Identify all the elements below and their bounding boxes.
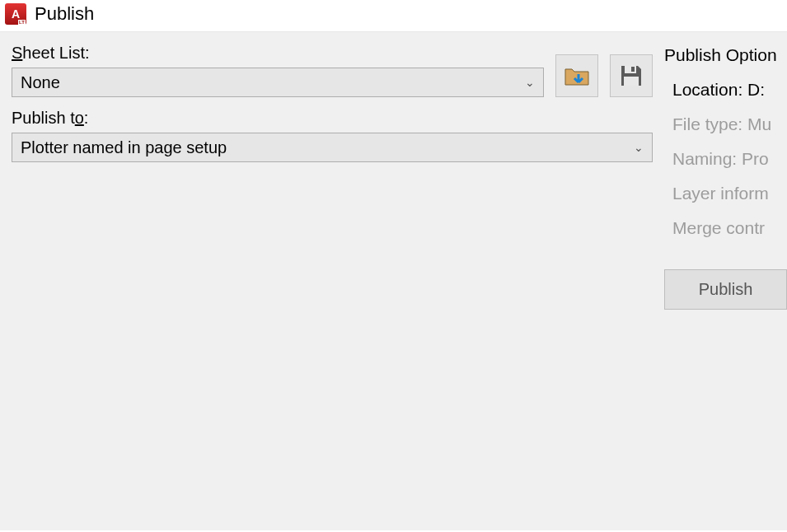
title-bar: A Publish: [0, 0, 787, 31]
publish-to-value: Plotter named in page setup: [21, 138, 227, 157]
layer-info-label: Layer inform: [664, 184, 787, 203]
load-sheet-list-button[interactable]: [555, 54, 598, 97]
publish-options-button[interactable]: Publish: [664, 269, 787, 310]
publish-to-label: Publish to:: [12, 109, 653, 128]
svg-rect-2: [624, 77, 639, 86]
sheet-list-value: None: [21, 73, 60, 92]
right-panel: Publish Option Location: D: File type: M…: [661, 32, 787, 530]
chevron-down-icon: ⌄: [634, 141, 644, 154]
chevron-down-icon: ⌄: [525, 76, 535, 89]
publish-to-dropdown[interactable]: Plotter named in page setup ⌄: [12, 133, 653, 162]
dialog-title: Publish: [35, 3, 94, 25]
app-icon: A: [5, 3, 26, 25]
left-column: Sheet List: None ⌄: [0, 32, 661, 530]
file-type-label: File type: Mu: [664, 114, 787, 134]
sheet-list-dropdown[interactable]: None ⌄: [12, 68, 544, 97]
save-icon: [618, 63, 644, 89]
merge-label: Merge contr: [664, 218, 787, 238]
svg-rect-1: [631, 67, 635, 72]
location-label: Location: D:: [664, 80, 787, 100]
sheet-list-label: Sheet List:: [12, 44, 544, 63]
folder-arrow-icon: [564, 63, 590, 89]
save-sheet-list-button[interactable]: [610, 54, 653, 97]
content: Sheet List: None ⌄: [0, 31, 787, 530]
naming-label: Naming: Pro: [664, 149, 787, 169]
publish-options-title: Publish Option: [664, 45, 787, 65]
